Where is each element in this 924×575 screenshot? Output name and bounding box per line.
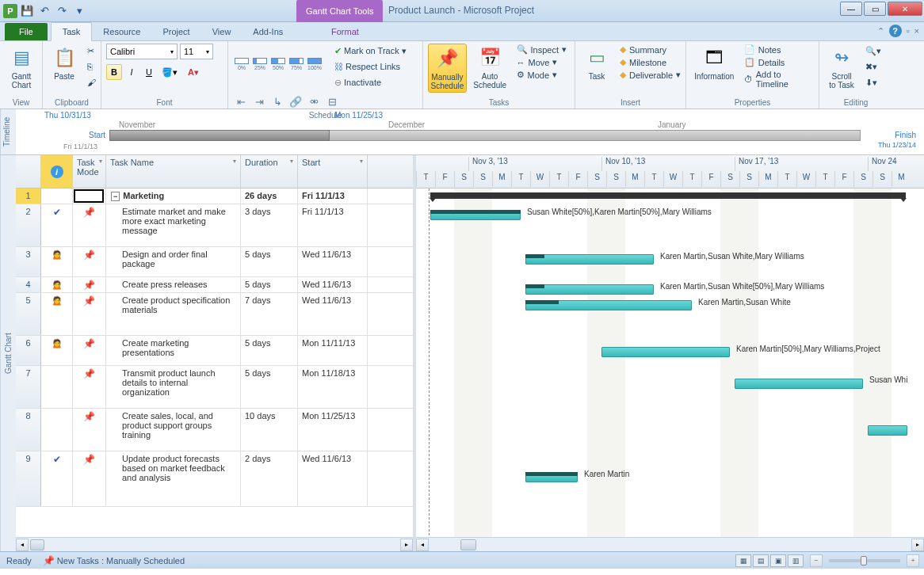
task-name-cell[interactable]: Design and order final package xyxy=(106,247,241,276)
gantt-chart-button[interactable]: ▤ Gantt Chart xyxy=(5,44,38,91)
row-number[interactable]: 1 xyxy=(16,188,41,204)
deliverable-button[interactable]: ◆Deliverable ▾ xyxy=(617,69,684,81)
indent-task-button[interactable]: ↳ xyxy=(269,93,285,109)
mode-cell[interactable]: 📌 xyxy=(73,336,106,365)
clear-button[interactable]: ✖▾ xyxy=(862,59,884,74)
start-cell[interactable]: Wed 11/6/13 xyxy=(298,293,368,335)
col-start[interactable]: Start▾ xyxy=(298,155,368,188)
mode-cell[interactable]: 📌 xyxy=(73,366,106,408)
task-bar[interactable] xyxy=(735,379,863,389)
cut-button[interactable]: ✂ xyxy=(84,44,99,58)
hscroll-thumb[interactable] xyxy=(30,539,44,550)
table-row[interactable]: 1📌−Marketing26 daysFri 11/1/13 xyxy=(16,188,413,204)
gantt-scroll-left-button[interactable]: ◂ xyxy=(416,539,429,551)
duration-cell[interactable]: 7 days xyxy=(241,293,298,335)
split-task-button[interactable]: ⊟ xyxy=(324,93,340,109)
maximize-button[interactable]: ▭ xyxy=(864,2,886,16)
save-icon[interactable]: 💾 xyxy=(19,3,35,19)
task-name-cell[interactable]: Transmit product launch details to inter… xyxy=(106,366,241,408)
gantt-hscroll-thumb[interactable] xyxy=(460,539,476,550)
pct-25-button[interactable]: 25% xyxy=(251,58,269,75)
pct-50-button[interactable]: 50% xyxy=(269,58,287,75)
font-size-select[interactable]: 11▾ xyxy=(180,44,213,59)
unlink-tasks-button[interactable]: ⚮ xyxy=(306,93,322,109)
view-gantt-button[interactable]: ▦ xyxy=(735,554,751,567)
task-name-cell[interactable]: Create marketing presentations xyxy=(106,336,241,365)
view-usage-button[interactable]: ▤ xyxy=(753,554,769,567)
timeline-tab[interactable]: Timeline xyxy=(0,109,16,154)
task-bar[interactable] xyxy=(525,284,654,295)
timeline-body[interactable]: Thu 10/31/13 Mon 11/25/13 November Decem… xyxy=(16,109,924,154)
undo-icon[interactable]: ↶ xyxy=(36,3,52,19)
row-number[interactable]: 3 xyxy=(16,247,41,276)
zoom-thumb[interactable] xyxy=(861,556,867,565)
indicator-cell[interactable]: ✔ xyxy=(41,204,73,246)
pct-100-button[interactable]: 100% xyxy=(306,58,323,75)
col-duration[interactable]: Duration▾ xyxy=(241,155,298,188)
col-indicators[interactable]: i xyxy=(41,155,73,188)
indicator-cell[interactable]: 🙍 xyxy=(41,293,73,335)
selected-cell[interactable] xyxy=(74,189,104,203)
mode-cell[interactable]: 📌 xyxy=(73,204,106,246)
task-name-cell[interactable]: −Marketing xyxy=(106,188,241,204)
mode-cell[interactable]: 📌 xyxy=(73,293,106,335)
indicator-cell[interactable] xyxy=(41,188,73,204)
col-task-mode[interactable]: Task Mode▾ xyxy=(73,155,106,188)
duration-cell[interactable]: 5 days xyxy=(241,277,298,292)
start-cell[interactable]: Fri 11/1/13 xyxy=(298,204,368,246)
duration-cell[interactable]: 10 days xyxy=(241,409,298,451)
font-name-select[interactable]: Calibri▾ xyxy=(106,44,178,59)
start-cell[interactable]: Mon 11/11/13 xyxy=(298,336,368,365)
table-row[interactable]: 9✔📌Update product forecasts based on mar… xyxy=(16,451,413,507)
information-button[interactable]: 🗔 Information xyxy=(691,44,738,82)
task-name-cell[interactable]: Update product forecasts based on market… xyxy=(106,451,241,506)
task-name-cell[interactable]: Create product specification materials xyxy=(106,293,241,335)
start-cell[interactable]: Mon 11/25/13 xyxy=(298,409,368,451)
gantt-chart-tab[interactable]: Gantt Chart xyxy=(0,155,16,551)
bold-button[interactable]: B xyxy=(106,64,122,80)
summary-button[interactable]: ◆Summary xyxy=(617,44,684,55)
fill-color-button[interactable]: 🪣▾ xyxy=(158,64,181,80)
duration-cell[interactable]: 26 days xyxy=(241,188,298,204)
underline-button[interactable]: U xyxy=(141,64,157,80)
respect-links-button[interactable]: ⛓Respect Links xyxy=(331,59,410,74)
duration-cell[interactable]: 2 days xyxy=(241,451,298,506)
table-row[interactable]: 6🙍📌Create marketing presentations5 daysM… xyxy=(16,336,413,366)
table-row[interactable]: 4🙍📌Create press releases5 daysWed 11/6/1… xyxy=(16,277,413,293)
mode-cell[interactable]: 📌 xyxy=(73,277,106,292)
details-button[interactable]: 📋Details xyxy=(741,56,814,68)
redo-icon[interactable]: ↷ xyxy=(54,3,70,19)
copy-button[interactable]: ⎘ xyxy=(84,59,99,74)
pct-75-button[interactable]: 75% xyxy=(288,58,305,75)
table-hscroll[interactable]: ◂ ▸ xyxy=(16,537,413,551)
indicator-cell[interactable] xyxy=(41,409,73,451)
format-painter-button[interactable]: 🖌 xyxy=(84,75,99,89)
task-bar[interactable] xyxy=(868,425,907,436)
mode-cell[interactable]: 📌 xyxy=(73,451,106,506)
task-insert-button[interactable]: ▭ Task xyxy=(580,44,613,82)
row-number[interactable]: 8 xyxy=(16,409,41,451)
row-number[interactable]: 7 xyxy=(16,366,41,408)
outdent-button[interactable]: ⇤ xyxy=(233,93,249,109)
tab-view[interactable]: View xyxy=(201,23,242,40)
col-rownum[interactable] xyxy=(16,155,41,188)
indicator-cell[interactable]: 🙍 xyxy=(41,277,73,292)
gantt-hscroll[interactable]: ◂ ▸ xyxy=(416,537,924,551)
find-button[interactable]: 🔍▾ xyxy=(862,44,884,58)
table-row[interactable]: 7📌Transmit product launch details to int… xyxy=(16,366,413,409)
task-name-cell[interactable]: Create sales, local, and product support… xyxy=(106,409,241,451)
inactivate-button[interactable]: ⊖Inactivate xyxy=(331,75,410,89)
close-button[interactable]: ✕ xyxy=(888,2,922,16)
zoom-out-button[interactable]: − xyxy=(810,554,823,567)
view-team-button[interactable]: ▣ xyxy=(770,554,786,567)
indicator-cell[interactable]: ✔ xyxy=(41,451,73,506)
restore-window-icon[interactable]: ▫ xyxy=(907,26,910,36)
row-number[interactable]: 2 xyxy=(16,204,41,246)
scroll-left-button[interactable]: ◂ xyxy=(16,539,29,551)
duration-cell[interactable]: 5 days xyxy=(241,247,298,276)
minimize-button[interactable]: — xyxy=(840,2,862,16)
table-row[interactable]: 5🙍📌Create product specification material… xyxy=(16,293,413,336)
mode-cell[interactable]: 📌 xyxy=(73,247,106,276)
inspect-button[interactable]: 🔍Inspect ▾ xyxy=(514,44,570,55)
tab-resource[interactable]: Resource xyxy=(92,23,151,40)
